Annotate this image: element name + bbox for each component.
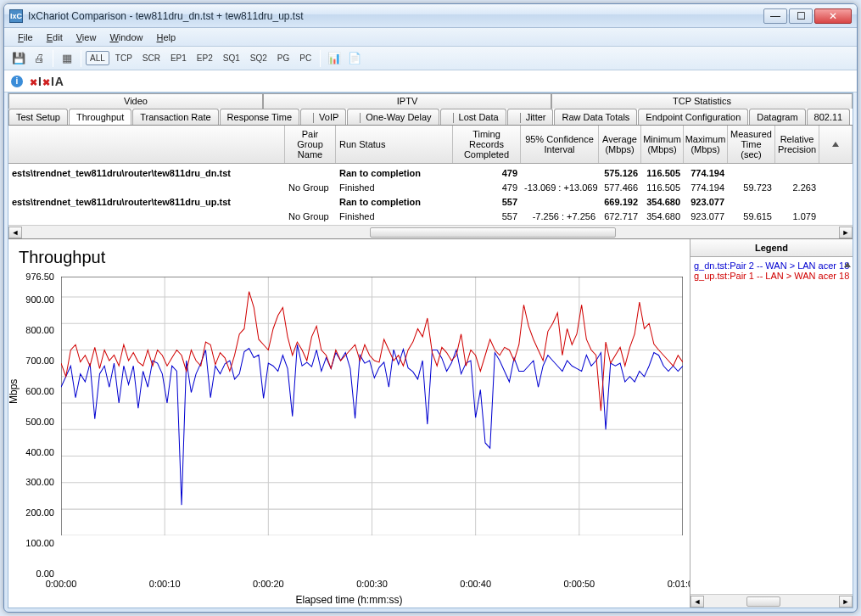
- close-button[interactable]: ✕: [814, 8, 852, 24]
- data-grid: Pair Group Name Run Status Timing Record…: [8, 126, 853, 239]
- cell-tr: 557: [453, 197, 521, 207]
- cell-min: 354.680: [641, 211, 684, 221]
- cell-avg: 575.126: [599, 168, 641, 178]
- y-tick: 0.00: [36, 568, 54, 579]
- menu-file[interactable]: File: [11, 30, 40, 45]
- chart-title: Throughput: [19, 248, 685, 267]
- y-tick: 976.50: [25, 272, 54, 282]
- info-icon[interactable]: i: [11, 76, 23, 87]
- content-area: Video IPTV TCP Statistics Test Setup Thr…: [8, 92, 853, 608]
- scroll-track[interactable]: [704, 596, 839, 608]
- col-avg[interactable]: Average (Mbps): [599, 126, 641, 163]
- col-max[interactable]: Maximum (Mbps): [684, 126, 728, 163]
- cell-avg: 577.466: [599, 182, 641, 193]
- scroll-right-icon[interactable]: ►: [839, 227, 853, 238]
- col-confidence[interactable]: 95% Confidence Interval: [521, 126, 599, 163]
- col-scroll-up[interactable]: [819, 126, 853, 163]
- filter-sq2-button[interactable]: SQ2: [246, 51, 271, 65]
- x-tick: 0:00:00: [46, 579, 77, 589]
- table-row[interactable]: ests\trendnet_tew811dru\router\tew811dru…: [8, 165, 853, 180]
- legend-scroll-up-icon[interactable]: [844, 262, 851, 267]
- col-run-status[interactable]: Run Status: [336, 126, 453, 163]
- menu-help[interactable]: Help: [150, 30, 183, 45]
- grid-icon[interactable]: ▦: [58, 49, 76, 68]
- filter-ep1-button[interactable]: EP1: [166, 51, 191, 65]
- y-tick: 100.00: [25, 538, 54, 548]
- lower-pane: Throughput Mbps 0.00100.00200.00300.0040…: [8, 239, 853, 608]
- scroll-thumb[interactable]: [370, 227, 616, 238]
- col-min[interactable]: Minimum (Mbps): [641, 126, 684, 163]
- col-name[interactable]: [8, 126, 285, 163]
- save-icon[interactable]: 💾: [9, 49, 28, 68]
- x-axis-label: Elapsed time (h:mm:ss): [295, 594, 402, 606]
- tab-throughput[interactable]: Throughput: [69, 109, 131, 125]
- tab-endpoint-config[interactable]: Endpoint Configuration: [638, 109, 748, 125]
- tab-test-setup[interactable]: Test Setup: [8, 109, 68, 125]
- tab-jitter[interactable]: Jitter: [507, 109, 554, 125]
- scroll-right-icon[interactable]: ►: [839, 596, 853, 608]
- col-measured-time[interactable]: Measured Time (sec): [728, 126, 775, 163]
- filter-pg-button[interactable]: PG: [273, 51, 294, 65]
- minimize-button[interactable]: —: [763, 8, 787, 24]
- filter-ep2-button[interactable]: EP2: [193, 51, 217, 65]
- export-icon[interactable]: 📄: [345, 49, 364, 68]
- col-pair-group[interactable]: Pair Group Name: [285, 126, 336, 163]
- tab-80211[interactable]: 802.11: [807, 109, 851, 125]
- menu-window[interactable]: Window: [103, 30, 149, 45]
- chart-plot-box: [61, 277, 683, 574]
- toolbar: 💾 🖨 ▦ ALL TCP SCR EP1 EP2 SQ1 SQ2 PG PC …: [4, 47, 857, 70]
- chart-icon[interactable]: 📊: [325, 49, 344, 68]
- col-timing-records[interactable]: Timing Records Completed: [453, 126, 521, 163]
- table-row[interactable]: No GroupFinished557-7.256 : +7.256672.71…: [8, 209, 853, 223]
- tab-datagram[interactable]: Datagram: [749, 109, 805, 125]
- scroll-left-icon[interactable]: ◄: [8, 227, 22, 238]
- table-row[interactable]: No GroupFinished479-13.069 : +13.069577.…: [8, 180, 853, 194]
- chart-area: Throughput Mbps 0.00100.00200.00300.0040…: [8, 239, 690, 608]
- toolbar-separator: [81, 50, 81, 67]
- scroll-left-icon[interactable]: ◄: [690, 596, 704, 608]
- y-tick: 300.00: [25, 477, 54, 487]
- x-tick: 0:00:20: [253, 579, 284, 589]
- app-window: IxC IxChariot Comparison - tew811dru_dn.…: [3, 3, 858, 613]
- group-tab-tcpstats[interactable]: TCP Statistics: [551, 93, 853, 109]
- y-tick: 400.00: [25, 447, 54, 457]
- legend-h-scroll[interactable]: ◄ ►: [690, 594, 853, 608]
- filter-all-button[interactable]: ALL: [86, 51, 109, 65]
- legend-item[interactable]: g_up.tst:Pair 1 -- LAN > WAN acer 181: [694, 271, 849, 281]
- tab-voip[interactable]: VoIP: [300, 109, 346, 125]
- tab-one-way-delay[interactable]: One-Way Delay: [347, 109, 439, 125]
- cell-file: ests\trendnet_tew811dru\router\tew811dru…: [8, 168, 285, 178]
- scroll-thumb[interactable]: [746, 596, 780, 607]
- col-rel-precision[interactable]: Relative Precision: [775, 126, 819, 163]
- y-tick-labels: 0.00100.00200.00300.00400.00500.00600.00…: [8, 277, 58, 574]
- filter-tcp-button[interactable]: TCP: [111, 51, 137, 65]
- tab-lost-data[interactable]: Lost Data: [440, 109, 506, 125]
- maximize-button[interactable]: ☐: [789, 8, 813, 24]
- group-tab-video[interactable]: Video: [8, 93, 263, 109]
- cell-tr: 479: [453, 168, 521, 178]
- y-tick: 900.00: [25, 294, 54, 305]
- grid-h-scroll[interactable]: ◄ ►: [8, 225, 853, 238]
- filter-sq1-button[interactable]: SQ1: [219, 51, 244, 65]
- menubar: File Edit View Window Help: [4, 28, 857, 47]
- print-icon[interactable]: 🖨: [30, 49, 48, 68]
- cell-pg: No Group: [285, 211, 336, 221]
- group-tab-iptv[interactable]: IPTV: [263, 93, 551, 109]
- legend-item[interactable]: g_dn.tst:Pair 2 -- WAN > LAN acer 181: [694, 260, 849, 271]
- menu-view[interactable]: View: [70, 30, 103, 45]
- tab-raw-data-totals[interactable]: Raw Data Totals: [554, 109, 637, 125]
- filter-pc-button[interactable]: PC: [295, 51, 316, 65]
- filter-scr-button[interactable]: SCR: [138, 51, 165, 65]
- tab-response-time[interactable]: Response Time: [220, 109, 299, 125]
- scroll-track[interactable]: [22, 227, 839, 238]
- tab-transaction-rate[interactable]: Transaction Rate: [132, 109, 218, 125]
- toolbar-separator: [320, 50, 321, 67]
- legend-pane: Legend g_dn.tst:Pair 2 -- WAN > LAN acer…: [690, 239, 853, 608]
- cell-avg: 669.192: [599, 197, 641, 207]
- y-tick: 800.00: [25, 325, 54, 335]
- x-tick: 0:00:30: [356, 579, 388, 589]
- y-tick: 700.00: [25, 356, 54, 366]
- table-row[interactable]: ests\trendnet_tew811dru\router\tew811dru…: [8, 194, 853, 209]
- group-tab-row: Video IPTV TCP Statistics: [8, 93, 853, 109]
- menu-edit[interactable]: Edit: [40, 30, 70, 45]
